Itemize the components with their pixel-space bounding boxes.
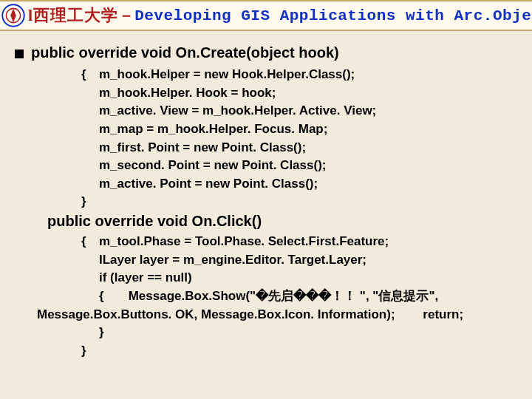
bullet-icon [15, 50, 24, 58]
university-name: l西理工大学 [28, 4, 118, 27]
code-line: m_map = m_hook.Helper. Focus. Map; [99, 122, 327, 136]
code-line: m_hook.Helper = new Hook.Helper.Class(); [99, 67, 355, 81]
code-line: m_tool.Phase = Tool.Phase. Select.First.… [99, 234, 389, 248]
code-line: ILayer layer = m_engine.Editor. Target.L… [99, 253, 366, 267]
code-line: m_second. Point = new Point. Class(); [99, 158, 326, 172]
code-block-onclick: {m_tool.Phase = Tool.Phase. Select.First… [81, 233, 525, 360]
code-line: m_active. View = m_hook.Helper. Active. … [99, 103, 376, 117]
bullet-item: public override void On.Create(object ho… [15, 44, 525, 61]
inner-brace-close: } [99, 325, 104, 339]
method-signature-onclick: public override void On.Click() [47, 213, 525, 230]
brace-open: { [81, 233, 99, 251]
university-logo-icon [1, 4, 25, 27]
code-line: Message.Box.Buttons. OK, Message.Box.Ico… [37, 306, 525, 324]
code-line: m_hook.Helper. Hook = hook; [99, 86, 276, 100]
code-line: m_first. Point = new Point. Class(); [99, 140, 306, 154]
brace-close: } [81, 342, 525, 361]
brace-close: } [81, 193, 525, 211]
brace-open: { [81, 66, 99, 84]
code-line: m_active. Point = new Point. Class(); [99, 177, 318, 191]
slide-body: public override void On.Create(object ho… [15, 44, 525, 361]
code-line: { Message.Box.Show("�先启���！！ ", "信息提示", [99, 289, 438, 303]
title-bar: l西理工大学 － Developing GIS Applications wit… [0, 0, 532, 31]
code-block-oncreate: {m_hook.Helper = new Hook.Helper.Class()… [81, 66, 525, 211]
course-title: Developing GIS Applications with Arc.Obj… [134, 7, 532, 24]
method-signature-oncreate: public override void On.Create(object ho… [31, 44, 339, 61]
title-separator: － [118, 4, 134, 27]
code-line: if (layer == null) [99, 270, 192, 284]
slide: l西理工大学 － Developing GIS Applications wit… [0, 0, 532, 399]
